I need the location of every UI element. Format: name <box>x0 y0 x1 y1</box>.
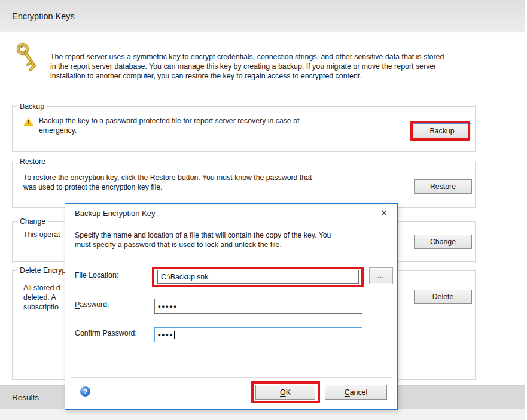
encryption-keys-page: Encryption Keys The report server uses a… <box>0 0 527 420</box>
change-description: This operat <box>23 230 66 239</box>
backup-description: Backup the key to a password protected f… <box>39 116 299 135</box>
help-glyph: ? <box>83 388 87 395</box>
dialog-description-line: Specify the name and location of a file … <box>75 230 331 240</box>
confirm-password-value: •••• <box>158 330 173 339</box>
text-caret <box>174 331 175 339</box>
page-title: Encryption Keys <box>12 11 75 21</box>
warning-icon <box>23 117 33 126</box>
intro-text: The report server uses a symmetric key t… <box>50 52 444 81</box>
ok-label-mnemonic: O <box>280 388 286 397</box>
restore-group-label: Restore <box>17 157 48 166</box>
file-location-label: File Location: <box>75 271 118 279</box>
results-label: Results <box>12 386 39 410</box>
delete-button[interactable]: Delete <box>414 290 472 304</box>
password-label-mnemonic: P <box>75 300 80 309</box>
dialog-title: Backup Encryption Key <box>75 209 155 218</box>
change-button[interactable]: Change <box>414 235 472 249</box>
delete-description-line: All stored d <box>23 283 66 293</box>
ok-button[interactable]: OK <box>255 385 315 400</box>
backup-description-line: Backup the key to a password protected f… <box>39 116 299 126</box>
cancel-label-rest: ancel <box>350 388 367 397</box>
password-input[interactable]: ••••• <box>154 299 362 314</box>
cancel-label-mnemonic: C <box>345 388 350 397</box>
page-header <box>0 0 525 33</box>
dialog-description-line: must specify a password that is used to … <box>75 240 331 249</box>
ok-label-rest: K <box>286 388 291 397</box>
cancel-button[interactable]: Cancel <box>325 385 387 400</box>
backup-description-line: emergency. <box>39 126 299 135</box>
intro-line: The report server uses a symmetric key t… <box>50 52 444 62</box>
delete-group-label: Delete Encryp <box>17 266 68 275</box>
file-location-input[interactable]: C:\Backup.snk <box>157 270 359 284</box>
dialog-description: Specify the name and location of a file … <box>75 230 331 249</box>
restore-group: Restore To restore the encryption key, c… <box>12 162 476 208</box>
backup-encryption-key-dialog: Backup Encryption Key ✕ Specify the name… <box>65 203 398 410</box>
bottom-strip <box>0 409 525 420</box>
restore-button[interactable]: Restore <box>414 179 472 194</box>
password-label: Password: <box>75 300 109 309</box>
delete-description-line: subscriptio <box>23 302 66 312</box>
backup-group: Backup Backup the key to a password prot… <box>12 106 476 152</box>
delete-description-line: deleted. A <box>23 293 66 302</box>
key-icon <box>14 41 42 74</box>
delete-description: All stored d deleted. A subscriptio <box>23 283 66 312</box>
help-icon[interactable]: ? <box>80 386 90 397</box>
restore-description: To restore the encryption key, click the… <box>23 173 312 192</box>
restore-description-line: To restore the encryption key, click the… <box>23 173 312 182</box>
dialog-separator <box>71 377 392 378</box>
intro-line: in the report server database. You can m… <box>50 62 444 71</box>
intro-line: installation to another computer, you ca… <box>50 71 444 81</box>
backup-group-label: Backup <box>17 102 47 111</box>
password-label-rest: assword: <box>80 300 109 309</box>
browse-button[interactable]: ... <box>369 267 393 284</box>
change-group-label: Change <box>17 217 48 226</box>
confirm-password-input[interactable]: •••• <box>154 327 362 342</box>
restore-description-line: was used to protect the encryption key f… <box>23 182 312 192</box>
confirm-password-label: Confirm Password: <box>75 329 137 337</box>
close-icon[interactable]: ✕ <box>377 208 391 218</box>
backup-button[interactable]: Backup <box>413 123 471 138</box>
window-right-edge <box>525 0 525 420</box>
